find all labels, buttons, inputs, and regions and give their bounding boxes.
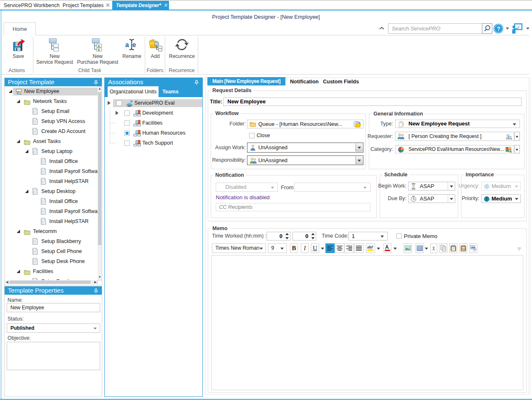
svg-text:TXT: TXT (462, 248, 466, 251)
svg-text:?: ? (497, 25, 501, 32)
svg-text:ab: ab (367, 245, 372, 249)
svg-text:Aя: Aя (471, 246, 475, 249)
svg-text:A: A (385, 244, 389, 250)
